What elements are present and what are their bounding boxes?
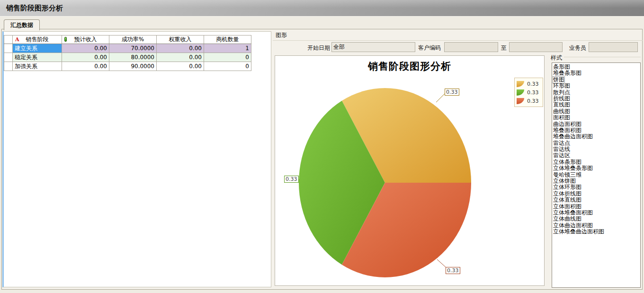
style-list-item[interactable]: 折线图 <box>553 96 640 102</box>
stage-table-body: 建立关系0.0070.00000.001稳定关系0.0080.00000.000… <box>4 44 251 71</box>
style-list-item[interactable]: 环形图 <box>553 83 640 89</box>
row-indicator-cell <box>4 44 13 53</box>
row-indicator-header <box>4 36 13 44</box>
salesperson-input[interactable] <box>589 42 638 52</box>
stage-cell[interactable]: 建立关系 <box>13 44 62 53</box>
tab-label: 汇总数据 <box>10 21 33 29</box>
style-list-item[interactable]: 散列点 <box>553 89 640 96</box>
opportunity-count-cell[interactable]: 0 <box>204 53 251 62</box>
table-header-row: A 销售阶段 预计收入 成功率% 权重收入 商机数量 <box>4 36 251 44</box>
tab-strip: 汇总数据 <box>0 17 644 29</box>
legend-label: 0.33 <box>527 89 539 96</box>
legend-row: 0.33 <box>517 80 541 88</box>
stage-table-panel: A 销售阶段 预计收入 成功率% 权重收入 商机数量 建立关系0.0070.00… <box>2 31 271 287</box>
weighted-income-cell[interactable]: 0.00 <box>157 62 204 71</box>
column-header-success[interactable]: 成功率% <box>109 36 157 44</box>
style-list-item[interactable]: 立体堆叠面积图 <box>553 210 640 216</box>
stage-cell[interactable]: 加强关系 <box>13 62 62 71</box>
column-header-weighted[interactable]: 权重收入 <box>157 36 204 44</box>
legend: 0.33 0.33 0.33 <box>514 78 543 107</box>
column-header-expected[interactable]: 预计收入 <box>62 36 109 44</box>
stage-table: A 销售阶段 预计收入 成功率% 权重收入 商机数量 建立关系0.0070.00… <box>4 35 251 71</box>
pie-chart <box>275 56 545 286</box>
style-list-item[interactable]: 立体直线图 <box>553 197 640 203</box>
legend-label: 0.33 <box>527 98 539 104</box>
expected-income-cell[interactable]: 0.00 <box>62 62 109 71</box>
start-date-input[interactable]: 全部 <box>331 42 415 52</box>
divider <box>564 57 641 57</box>
customer-code-label: 客户编码 <box>416 44 441 52</box>
salesperson-label: 业务员 <box>567 44 586 52</box>
graph-panel: 图形 开始日期 全部 客户编码 至 业务员 销售阶段图形分析 0.33 <box>273 29 643 289</box>
legend-swatch-icon <box>517 81 524 87</box>
page-title: 销售阶段图形分析 <box>6 4 63 13</box>
style-list-item[interactable]: 雷达线 <box>553 146 640 152</box>
graph-panel-title: 图形 <box>276 31 287 39</box>
expected-income-cell[interactable]: 0.00 <box>62 44 109 53</box>
row-indicator-cell <box>4 62 13 71</box>
callout-line <box>436 93 445 102</box>
opportunity-count-cell[interactable]: 0 <box>204 62 251 71</box>
legend-swatch-icon <box>517 89 524 96</box>
opportunity-count-cell[interactable]: 1 <box>204 44 251 53</box>
success-rate-cell[interactable]: 90.0000 <box>109 62 157 71</box>
style-list-item[interactable]: 曲边面积图 <box>553 121 640 127</box>
table-row: 稳定关系0.0080.00000.000 <box>4 53 251 62</box>
content-panel: A 销售阶段 预计收入 成功率% 权重收入 商机数量 建立关系0.0070.00… <box>1 29 643 290</box>
title-bar: 销售阶段图形分析 <box>0 0 644 17</box>
start-date-label: 开始日期 <box>303 44 330 52</box>
pie-slices <box>299 88 471 277</box>
success-rate-cell[interactable]: 70.0000 <box>109 44 157 53</box>
style-list-item[interactable]: 立体曲线图 <box>553 216 640 222</box>
style-list-item[interactable]: 立体堆叠条形图 <box>553 165 640 171</box>
success-rate-cell[interactable]: 80.0000 <box>109 53 157 62</box>
to-label: 至 <box>499 44 507 52</box>
legend-swatch-icon <box>517 98 524 104</box>
chart-area: 销售阶段图形分析 0.33 0.33 0.33 0.33 0.33 0.33 <box>275 55 545 286</box>
style-list-item[interactable]: 雷达点 <box>553 140 640 146</box>
style-list-item[interactable]: 立体面积图 <box>553 204 640 210</box>
table-row: 建立关系0.0070.00000.001 <box>4 44 251 53</box>
expected-income-cell[interactable]: 0.00 <box>62 53 109 62</box>
sort-a-icon: A <box>15 36 19 43</box>
row-indicator-cell <box>4 53 13 62</box>
legend-row: 0.33 <box>517 88 541 97</box>
column-header-count[interactable]: 商机数量 <box>204 36 251 44</box>
divider <box>273 40 643 41</box>
style-list-item[interactable]: 堆叠条形图 <box>553 70 640 76</box>
pie-label-callout: 0.33 <box>445 89 459 96</box>
weighted-income-cell[interactable]: 0.00 <box>157 53 204 62</box>
style-list-item[interactable]: 饼图 <box>553 77 640 83</box>
style-list-item[interactable]: 直线图 <box>553 102 640 108</box>
weighted-income-cell[interactable]: 0.00 <box>157 44 204 53</box>
style-list-item[interactable]: 曼哈顿三维 <box>553 172 640 178</box>
style-list-item[interactable]: 堆叠面积图 <box>553 127 640 133</box>
legend-row: 0.33 <box>517 97 541 105</box>
legend-label: 0.33 <box>527 81 539 87</box>
stage-cell[interactable]: 稳定关系 <box>13 53 62 62</box>
chart-title: 销售阶段图形分析 <box>275 60 544 73</box>
green-indicator-icon <box>64 37 67 42</box>
style-list-item[interactable]: 面积图 <box>553 115 640 121</box>
style-list[interactable]: 条形图堆叠条形图饼图环形图散列点折线图直线图曲线图面积图曲边面积图堆叠面积图堆叠… <box>552 62 641 288</box>
style-list-item[interactable]: 立体条形图 <box>553 159 640 165</box>
callout-line <box>437 259 447 268</box>
style-list-item[interactable]: 立体曲边面积图 <box>553 222 640 229</box>
pie-label-callout: 0.33 <box>284 176 299 183</box>
style-list-item[interactable]: 雷达区 <box>553 152 640 159</box>
style-list-item[interactable]: 条形图 <box>553 64 640 70</box>
table-row: 加强关系0.0090.00000.000 <box>4 62 251 71</box>
style-list-item[interactable]: 曲线图 <box>553 108 640 115</box>
style-list-item[interactable]: 立体堆叠曲边面积图 <box>553 229 640 235</box>
style-list-item[interactable]: 立体环形图 <box>553 184 640 190</box>
style-list-item[interactable]: 立体折线图 <box>553 191 640 197</box>
style-panel-title: 样式 <box>551 54 562 62</box>
customer-code-input[interactable] <box>444 42 498 52</box>
style-list-item[interactable]: 堆叠曲边面积图 <box>553 133 640 140</box>
pie-label-callout: 0.33 <box>446 267 460 274</box>
column-header-stage[interactable]: A 销售阶段 <box>13 36 62 44</box>
style-list-item[interactable]: 立体饼图 <box>553 178 640 184</box>
tab-summary-data[interactable]: 汇总数据 <box>4 19 40 30</box>
to-input[interactable] <box>509 42 563 52</box>
